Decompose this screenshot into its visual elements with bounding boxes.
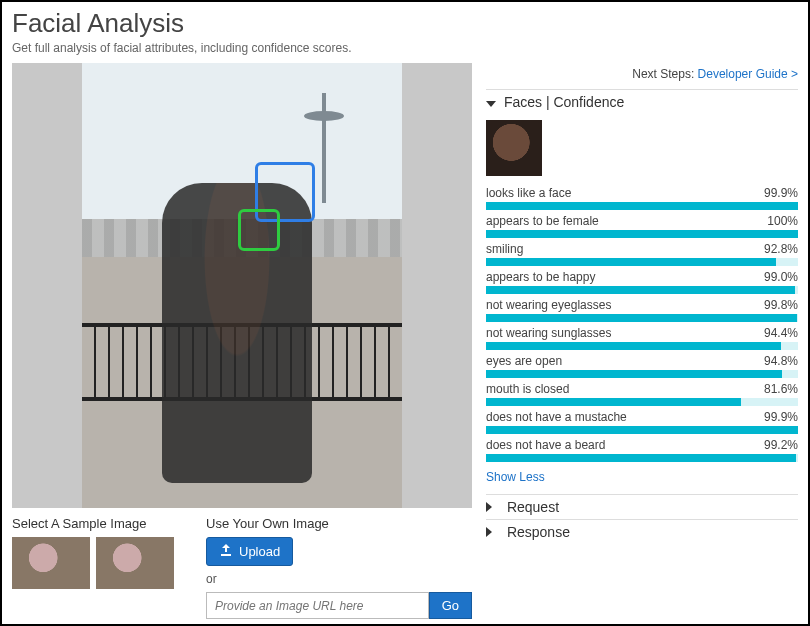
or-label: or bbox=[206, 572, 472, 586]
own-image-label: Use Your Own Image bbox=[206, 516, 472, 531]
upload-button[interactable]: Upload bbox=[206, 537, 293, 566]
faces-section-toggle[interactable]: Faces | Confidence bbox=[486, 89, 798, 114]
attribute-label: looks like a face bbox=[486, 186, 571, 200]
attribute-label: eyes are open bbox=[486, 354, 562, 368]
page-subtitle: Get full analysis of facial attributes, … bbox=[12, 41, 798, 55]
space-needle-decor bbox=[322, 93, 326, 203]
subjects-decor bbox=[162, 183, 312, 483]
chevron-right-icon bbox=[486, 527, 497, 537]
attribute-value: 81.6% bbox=[764, 382, 798, 396]
confidence-bar bbox=[486, 342, 798, 350]
attribute-value: 94.4% bbox=[764, 326, 798, 340]
attribute-value: 99.2% bbox=[764, 438, 798, 452]
upload-icon bbox=[219, 543, 233, 560]
confidence-bar bbox=[486, 314, 798, 322]
attribute-label: does not have a mustache bbox=[486, 410, 627, 424]
confidence-bar-fill bbox=[486, 426, 798, 434]
confidence-bar bbox=[486, 426, 798, 434]
request-section-toggle[interactable]: Request bbox=[486, 494, 798, 519]
faces-section-title: Faces | Confidence bbox=[504, 94, 624, 110]
next-steps-label: Next Steps: bbox=[632, 67, 694, 81]
confidence-bar-fill bbox=[486, 314, 797, 322]
chevron-right-icon bbox=[486, 502, 497, 512]
attribute-row: looks like a face99.9% bbox=[486, 186, 798, 210]
attribute-label: appears to be happy bbox=[486, 270, 595, 284]
upload-button-label: Upload bbox=[239, 544, 280, 559]
confidence-bar-fill bbox=[486, 370, 782, 378]
attribute-label: not wearing eyeglasses bbox=[486, 298, 611, 312]
go-button[interactable]: Go bbox=[429, 592, 472, 619]
confidence-bar bbox=[486, 398, 798, 406]
developer-guide-link[interactable]: Developer Guide > bbox=[698, 67, 798, 81]
confidence-bar-fill bbox=[486, 258, 776, 266]
confidence-bar bbox=[486, 202, 798, 210]
attribute-value: 100% bbox=[767, 214, 798, 228]
confidence-bar-fill bbox=[486, 202, 798, 210]
chevron-down-icon bbox=[486, 101, 496, 107]
sample-image-label: Select A Sample Image bbox=[12, 516, 182, 531]
analysis-image bbox=[82, 63, 402, 508]
attribute-row: mouth is closed81.6% bbox=[486, 382, 798, 406]
face-bounding-box-2[interactable] bbox=[238, 209, 280, 251]
confidence-bar-fill bbox=[486, 454, 796, 462]
attribute-row: smiling92.8% bbox=[486, 242, 798, 266]
response-section-title: Response bbox=[507, 524, 570, 540]
attribute-list: looks like a face99.9%appears to be fema… bbox=[486, 186, 798, 462]
sample-image-2[interactable] bbox=[96, 537, 174, 589]
attribute-value: 92.8% bbox=[764, 242, 798, 256]
attribute-value: 94.8% bbox=[764, 354, 798, 368]
attribute-row: does not have a mustache99.9% bbox=[486, 410, 798, 434]
attribute-value: 99.9% bbox=[764, 410, 798, 424]
image-url-input[interactable] bbox=[206, 592, 429, 619]
confidence-bar bbox=[486, 258, 798, 266]
confidence-bar bbox=[486, 230, 798, 238]
confidence-bar-fill bbox=[486, 286, 795, 294]
attribute-value: 99.8% bbox=[764, 298, 798, 312]
attribute-label: not wearing sunglasses bbox=[486, 326, 611, 340]
attribute-row: not wearing sunglasses94.4% bbox=[486, 326, 798, 350]
attribute-row: does not have a beard99.2% bbox=[486, 438, 798, 462]
confidence-bar-fill bbox=[486, 230, 798, 238]
confidence-bar bbox=[486, 286, 798, 294]
next-steps: Next Steps: Developer Guide > bbox=[486, 67, 798, 81]
confidence-bar-fill bbox=[486, 398, 741, 406]
analysis-image-stage bbox=[12, 63, 472, 508]
sample-image-1[interactable] bbox=[12, 537, 90, 589]
attribute-row: appears to be female100% bbox=[486, 214, 798, 238]
attribute-row: eyes are open94.8% bbox=[486, 354, 798, 378]
attribute-label: does not have a beard bbox=[486, 438, 605, 452]
page-title: Facial Analysis bbox=[12, 8, 798, 39]
attribute-row: not wearing eyeglasses99.8% bbox=[486, 298, 798, 322]
attribute-label: mouth is closed bbox=[486, 382, 569, 396]
show-less-link[interactable]: Show Less bbox=[486, 470, 798, 484]
attribute-value: 99.0% bbox=[764, 270, 798, 284]
attribute-label: smiling bbox=[486, 242, 523, 256]
attribute-value: 99.9% bbox=[764, 186, 798, 200]
confidence-bar bbox=[486, 454, 798, 462]
response-section-toggle[interactable]: Response bbox=[486, 519, 798, 544]
confidence-bar bbox=[486, 370, 798, 378]
confidence-bar-fill bbox=[486, 342, 781, 350]
request-section-title: Request bbox=[507, 499, 559, 515]
selected-face-thumbnail[interactable] bbox=[486, 120, 542, 176]
attribute-label: appears to be female bbox=[486, 214, 599, 228]
attribute-row: appears to be happy99.0% bbox=[486, 270, 798, 294]
